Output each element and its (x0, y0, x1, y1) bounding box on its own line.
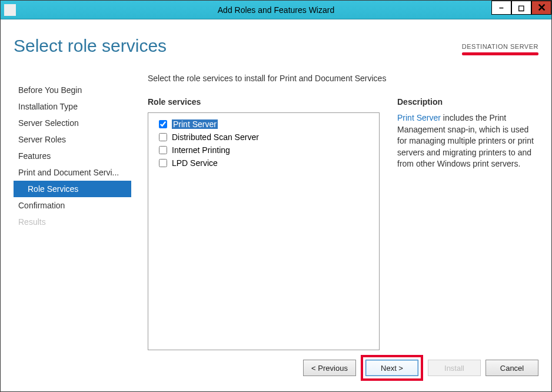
wizard-body: Before You Begin Installation Type Serve… (1, 74, 551, 350)
step-role-services[interactable]: Role Services (14, 181, 131, 197)
page-title: Select role services (14, 36, 538, 56)
role-lpd-service[interactable]: LPD Service (159, 157, 375, 170)
description-text: Print Server includes the Print Manageme… (397, 112, 538, 170)
role-lpd-service-checkbox[interactable] (159, 159, 167, 167)
titlebar: Add Roles and Features Wizard – ◻ ✕ (1, 1, 551, 19)
role-distributed-scan-server-label: Distributed Scan Server (172, 132, 259, 142)
description-column: Description Print Server includes the Pr… (397, 97, 538, 350)
destination-server-label: DESTINATION SERVER (462, 43, 538, 55)
window-title: Add Roles and Features Wizard (1, 5, 551, 15)
role-print-server-checkbox[interactable] (159, 120, 167, 128)
wizard-footer: < Previous Next > Install Cancel (303, 355, 538, 381)
destination-server-name-redacted (462, 52, 538, 55)
role-lpd-service-label: LPD Service (172, 158, 218, 168)
step-before-you-begin[interactable]: Before You Begin (14, 82, 131, 98)
panels-row: Role services Print Server Distributed S… (148, 97, 538, 350)
role-internet-printing-checkbox[interactable] (159, 146, 167, 154)
instruction-text: Select the role services to install for … (148, 74, 538, 83)
description-link[interactable]: Print Server (397, 113, 441, 122)
step-results: Results (14, 214, 131, 230)
role-services-listbox[interactable]: Print Server Distributed Scan Server Int… (148, 112, 380, 350)
install-button: Install (428, 360, 481, 376)
app-icon (4, 4, 16, 16)
description-heading: Description (397, 97, 538, 107)
role-distributed-scan-server[interactable]: Distributed Scan Server (159, 131, 375, 144)
previous-button[interactable]: < Previous (303, 360, 356, 376)
cancel-button[interactable]: Cancel (486, 360, 538, 376)
role-print-server-label: Print Server (172, 119, 218, 129)
step-confirmation[interactable]: Confirmation (14, 197, 131, 214)
role-distributed-scan-server-checkbox[interactable] (159, 133, 167, 141)
wizard-header: Select role services DESTINATION SERVER (1, 19, 551, 74)
next-button-highlight: Next > (361, 355, 423, 381)
role-services-column: Role services Print Server Distributed S… (148, 97, 380, 350)
close-button[interactable]: ✕ (531, 1, 551, 15)
maximize-button[interactable]: ◻ (511, 1, 531, 15)
role-services-heading: Role services (148, 97, 380, 107)
wizard-content: Select the role services to install for … (131, 74, 538, 350)
step-server-roles[interactable]: Server Roles (14, 131, 131, 148)
step-print-document-services[interactable]: Print and Document Servi... (14, 164, 131, 181)
role-print-server[interactable]: Print Server (159, 118, 375, 131)
minimize-button[interactable]: – (491, 1, 511, 15)
step-installation-type[interactable]: Installation Type (14, 98, 131, 115)
role-internet-printing-label: Internet Printing (172, 145, 230, 155)
role-internet-printing[interactable]: Internet Printing (159, 144, 375, 157)
window-controls: – ◻ ✕ (491, 1, 551, 15)
wizard-steps-sidebar: Before You Begin Installation Type Serve… (14, 74, 131, 350)
next-button[interactable]: Next > (365, 360, 418, 376)
step-features[interactable]: Features (14, 148, 131, 164)
step-server-selection[interactable]: Server Selection (14, 115, 131, 131)
